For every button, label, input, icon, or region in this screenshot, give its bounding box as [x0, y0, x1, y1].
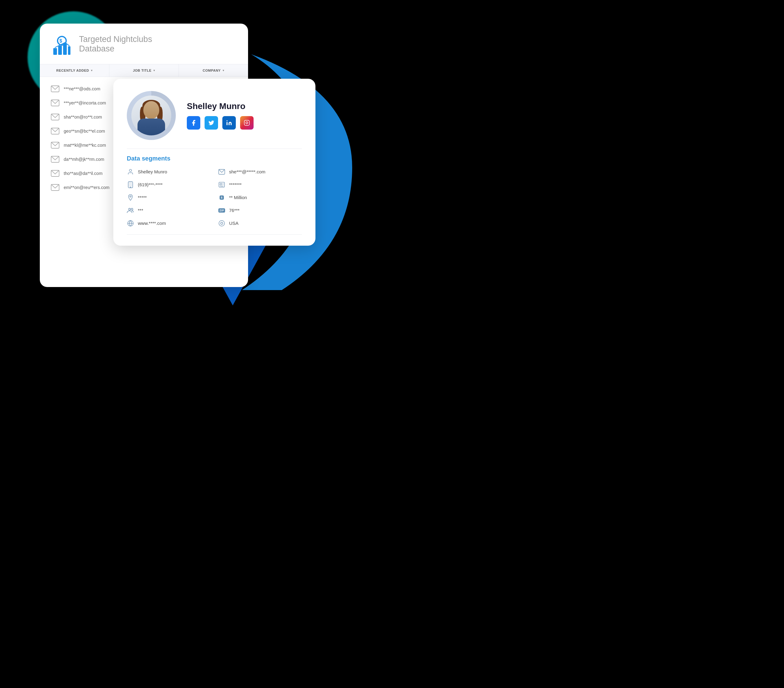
profile-info: Shelley Munro [187, 101, 254, 130]
avatar-person [132, 96, 171, 135]
full-name-value: Shelley Munro [138, 169, 167, 174]
revenue-value: ** Million [229, 195, 247, 200]
email-icon [51, 99, 59, 106]
email-icon [51, 184, 59, 191]
id-value: ******* [229, 182, 242, 187]
filter-recently-added[interactable]: RECENTLY ADDED ▾ [40, 64, 109, 77]
email-icon [51, 170, 59, 177]
zip-icon: ZIP [218, 207, 226, 214]
svg-point-24 [220, 183, 222, 185]
title-line2: Database [79, 44, 152, 54]
title-line1: Targeted Nightclubs [79, 35, 152, 44]
svg-point-27 [131, 208, 133, 210]
revenue-icon: $ [218, 194, 226, 201]
zip-value: 76*** [229, 208, 239, 213]
employees-value: *** [138, 208, 143, 213]
id-icon [218, 181, 226, 188]
location-value: ***** [138, 195, 147, 200]
svg-rect-3 [53, 48, 57, 55]
country-value: USA [229, 221, 239, 226]
logo-icon: $ [51, 35, 73, 57]
svg-point-25 [130, 196, 132, 197]
svg-text:$: $ [59, 38, 62, 43]
phone-icon [127, 181, 134, 188]
person-icon [127, 168, 134, 175]
data-segments-title: Data segments [127, 155, 302, 162]
svg-rect-16 [244, 120, 250, 125]
avatar-inner [132, 96, 171, 135]
svg-rect-6 [68, 46, 71, 55]
email-icon [51, 114, 59, 120]
data-item-email: she***@*****.com [218, 168, 302, 175]
profile-card: Shelley Munro Data [113, 79, 315, 246]
filter-job-title[interactable]: JOB TITLE ▾ [109, 64, 179, 77]
instagram-icon[interactable] [240, 116, 254, 130]
svg-rect-5 [63, 43, 67, 55]
email-icon [51, 128, 59, 134]
profile-name: Shelley Munro [187, 101, 254, 111]
svg-point-18 [129, 169, 132, 171]
chevron-down-icon: ▾ [222, 69, 224, 72]
data-item-id: ******* [218, 181, 302, 188]
email-icon [51, 156, 59, 163]
website-icon [127, 219, 134, 227]
data-item-location: ***** [127, 194, 211, 201]
website-value: www.****.com [138, 221, 166, 226]
dollar-badge: $ [219, 195, 224, 200]
data-item-name: Shelley Munro [127, 168, 211, 175]
data-item-zip: ZIP 76*** [218, 207, 302, 214]
svg-point-26 [128, 208, 130, 210]
person-body [137, 119, 165, 135]
data-item-employees: *** [127, 207, 211, 214]
location-icon [127, 194, 134, 201]
filter-job-title-label: JOB TITLE [133, 69, 152, 72]
email-icon [218, 168, 226, 175]
divider [127, 148, 302, 149]
twitter-icon[interactable] [204, 116, 218, 130]
card-title: Targeted Nightclubs Database [79, 35, 152, 54]
data-item-country: USA [218, 219, 302, 227]
social-icons [187, 116, 254, 130]
card-header: $ Targeted Nightclubs Database [40, 23, 248, 64]
email-text: mat**kl@me**kc.com [64, 143, 106, 148]
phone-value: (619)***-**** [138, 182, 163, 187]
email-text: emi**on@reu**ers.com [64, 185, 109, 190]
email-icon [51, 142, 59, 148]
data-grid: Shelley Munro she***@*****.com (619)***-… [127, 168, 302, 227]
linkedin-icon[interactable] [222, 116, 236, 130]
svg-rect-21 [129, 182, 132, 186]
chevron-down-icon: ▾ [91, 69, 93, 72]
svg-point-15 [227, 120, 227, 121]
email-text: sha**on@ro**t.com [64, 115, 102, 119]
employees-icon [127, 207, 134, 214]
svg-point-30 [219, 220, 224, 226]
email-text: ***yer**@incorta.com [64, 101, 106, 106]
data-item-phone: (619)***-**** [127, 181, 211, 188]
profile-top: Shelley Munro [127, 91, 302, 140]
chevron-down-icon: ▾ [153, 69, 155, 72]
filter-bar: RECENTLY ADDED ▾ JOB TITLE ▾ COMPANY ▾ [40, 64, 248, 77]
email-text: da**mh@jk**rm.com [64, 157, 104, 162]
data-item-website: www.****.com [127, 219, 211, 227]
svg-rect-4 [58, 46, 62, 55]
facebook-icon[interactable] [187, 116, 200, 130]
filter-recently-added-label: RECENTLY ADDED [56, 69, 89, 72]
person-head [143, 101, 159, 119]
email-text: ***ne***@ods.com [64, 86, 100, 91]
svg-point-22 [130, 187, 131, 188]
country-icon [218, 219, 226, 227]
avatar [127, 91, 176, 140]
data-item-revenue: $ ** Million [218, 194, 302, 201]
email-value: she***@*****.com [229, 169, 265, 174]
filter-company[interactable]: COMPANY ▾ [179, 64, 248, 77]
zip-badge: ZIP [218, 208, 226, 213]
bottom-divider [127, 234, 302, 235]
email-icon [51, 86, 59, 92]
filter-company-label: COMPANY [203, 69, 221, 72]
email-text: geo**sn@bc**el.com [64, 129, 105, 134]
email-text: tho**as@da**il.com [64, 171, 102, 176]
